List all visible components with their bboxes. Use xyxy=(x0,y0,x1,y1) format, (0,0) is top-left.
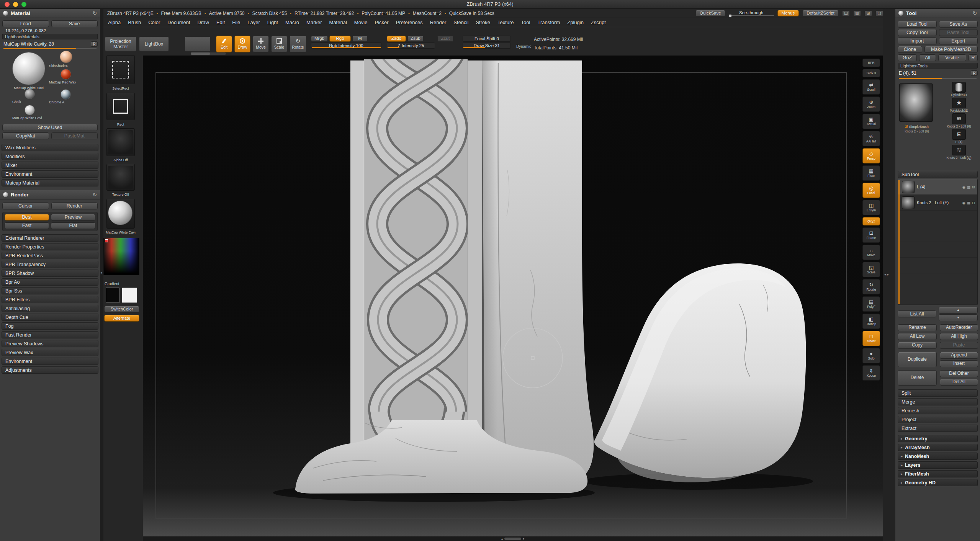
zcut-button[interactable]: Zcut xyxy=(437,36,453,42)
tool-thumbnail[interactable]: E (4) xyxy=(939,129,979,144)
material-section-bar[interactable]: Mixer xyxy=(2,162,98,169)
goz-visible-button[interactable]: Visible xyxy=(938,54,966,61)
render-section-bar[interactable]: Adjustments xyxy=(2,366,98,374)
paste-tool-button[interactable]: Paste Tool xyxy=(939,29,978,36)
save-as-button[interactable]: Save As xyxy=(939,21,978,28)
ui-columns-icon[interactable]: ▥ xyxy=(853,10,861,16)
tool-palette-header[interactable]: Tool ↻ xyxy=(895,9,980,18)
shelf-button[interactable]: ½ AAHalf xyxy=(862,131,880,146)
scroll-down-icon[interactable]: ▾ xyxy=(523,537,524,541)
polypaint-icon[interactable]: ▦ xyxy=(967,185,970,189)
material-r-button[interactable]: R xyxy=(91,41,98,47)
menu-item[interactable]: Movie xyxy=(354,20,368,25)
load-tool-button[interactable]: Load Tool xyxy=(898,21,937,28)
shelf-button[interactable]: ⇄ Scroll xyxy=(862,79,880,95)
tool-refresh-icon[interactable]: ↻ xyxy=(973,10,977,16)
subtool-row[interactable]: ◉ ▦ ⊡ xyxy=(898,211,977,226)
shelf-button[interactable]: ◇ Persp xyxy=(862,148,880,163)
draw-button[interactable]: Draw xyxy=(234,36,250,52)
shelf-button[interactable]: □ Ghost xyxy=(862,331,880,346)
dynamic-label[interactable]: Dynamic xyxy=(516,44,531,49)
shelf-button[interactable]: BPR xyxy=(862,59,880,67)
copy-subtool-button[interactable]: Copy xyxy=(898,342,937,349)
subtool-row[interactable]: ◉ ▦ ⊡ xyxy=(898,258,977,273)
shelf-button[interactable]: ▣ Actual xyxy=(862,114,880,129)
render-section-bar[interactable]: BPR Shadow xyxy=(2,270,98,277)
subtool-row[interactable]: ◉ ▦ ⊡ xyxy=(898,289,977,305)
mask-icon[interactable]: ⊡ xyxy=(972,185,975,189)
material-refresh-icon[interactable]: ↻ xyxy=(93,10,97,16)
menu-item[interactable]: Render xyxy=(430,20,447,25)
right-tray-divider[interactable]: ◂▸ xyxy=(883,9,895,541)
render-section-bar[interactable]: External Renderer xyxy=(2,234,98,242)
tray-collapse-icon[interactable]: ◂ xyxy=(100,271,102,275)
see-through-slider[interactable]: See-through xyxy=(729,10,774,16)
material-thumb[interactable] xyxy=(25,105,35,115)
render-section-bar[interactable]: Bpr Ao xyxy=(2,278,98,286)
render-render-button[interactable]: Render xyxy=(51,203,98,209)
switch-color-button[interactable]: SwitchColor xyxy=(104,306,139,312)
render-section-bar[interactable]: Depth Cue xyxy=(2,314,98,321)
visibility-eye-icon[interactable]: ◉ xyxy=(962,201,965,205)
tool-subpalette-bar[interactable]: ▸ Geometry HD xyxy=(898,479,978,486)
default-zscript-button[interactable]: DefaultZScript xyxy=(802,10,839,16)
visibility-eye-icon[interactable]: ◉ xyxy=(962,185,965,189)
current-alpha-thumbnail[interactable] xyxy=(106,128,135,156)
material-load-button[interactable]: Load xyxy=(2,20,49,27)
menu-item[interactable]: Draw xyxy=(198,20,209,25)
ui-rows-icon[interactable]: ▤ xyxy=(842,10,850,16)
current-stroke-thumbnail[interactable] xyxy=(106,93,135,120)
subtool-row[interactable]: ◉ ▦ ⊡ xyxy=(898,242,977,258)
menus-button[interactable]: Menus xyxy=(777,10,799,16)
lightbox-button[interactable]: LightBox xyxy=(139,36,169,52)
import-button[interactable]: Import xyxy=(898,38,937,44)
menu-item[interactable]: Layer xyxy=(247,20,260,25)
material-thumb[interactable] xyxy=(61,89,71,100)
export-button[interactable]: Export xyxy=(939,38,978,44)
menu-item[interactable]: Edit xyxy=(216,20,225,25)
left-tray-divider[interactable]: ◂ xyxy=(100,9,103,541)
secondary-color-swatch[interactable] xyxy=(122,288,137,303)
subtool-row[interactable]: L (4) ◉ ▦ ⊡ xyxy=(898,179,977,195)
current-material-name[interactable]: MatCap White Cavity. 28 xyxy=(2,41,91,47)
tool-subpalette-bar[interactable]: ▸ FiberMesh xyxy=(898,470,978,477)
shelf-button[interactable]: ◎ Local xyxy=(862,183,880,198)
material-thumb-selected[interactable] xyxy=(12,52,45,85)
subtool-row[interactable]: ◉ ▦ ⊡ xyxy=(898,273,977,289)
clone-button[interactable]: Clone xyxy=(898,46,922,53)
subtool-section-bar[interactable]: Remesh xyxy=(898,407,978,414)
tool-thumbnail[interactable]: Knots 2 - Loft (Q) xyxy=(939,145,979,160)
material-section-bar[interactable]: Matcap Material xyxy=(2,179,98,186)
shelf-button[interactable]: ● Solo xyxy=(862,348,880,363)
menu-item[interactable]: Document xyxy=(167,20,190,25)
current-material-thumbnail[interactable] xyxy=(106,199,135,229)
quick-sketch-button[interactable] xyxy=(185,36,211,52)
menu-item[interactable]: Preferences xyxy=(396,20,423,25)
simplebrush-label[interactable]: SSimpleBrush xyxy=(898,124,936,129)
current-brush-thumbnail[interactable] xyxy=(106,55,135,84)
material-thumb[interactable] xyxy=(60,51,72,63)
tool-subpalette-bar[interactable]: ▸ Layers xyxy=(898,461,978,469)
menu-item[interactable]: Picker xyxy=(375,20,389,25)
subtool-section-bar[interactable]: Project xyxy=(898,416,978,423)
subtool-row[interactable]: ◉ ▦ ⊡ xyxy=(898,226,977,242)
bottom-scroll-strip[interactable]: ▴ ▾ xyxy=(143,536,883,541)
rgb-intensity-slider[interactable]: Rgb Intensity 100 xyxy=(311,42,381,49)
subtool-section-header[interactable]: SubTool xyxy=(898,171,978,178)
scroll-up-icon[interactable]: ▴ xyxy=(501,537,503,541)
tool-slider[interactable] xyxy=(899,78,977,79)
projection-master-button[interactable]: Projection Master xyxy=(105,36,136,52)
goz-button[interactable]: GoZ xyxy=(898,54,917,61)
goz-all-button[interactable]: All xyxy=(919,54,936,61)
scale-button[interactable]: Scale xyxy=(271,36,287,52)
menu-item[interactable]: Macro xyxy=(285,20,299,25)
render-fast-button[interactable]: Fast xyxy=(5,222,49,229)
render-cursor-button[interactable]: Cursor xyxy=(2,203,49,209)
current-tool-preview[interactable] xyxy=(899,83,933,122)
menu-item[interactable]: Stencil xyxy=(453,20,468,25)
subtool-up-button[interactable]: ▲ xyxy=(939,307,978,314)
menu-item[interactable]: Brush xyxy=(128,20,141,25)
shelf-button[interactable]: ↔ Move xyxy=(862,245,880,260)
rename-button[interactable]: Rename xyxy=(898,324,937,331)
shelf-button[interactable]: ⊡ Frame xyxy=(862,227,880,243)
